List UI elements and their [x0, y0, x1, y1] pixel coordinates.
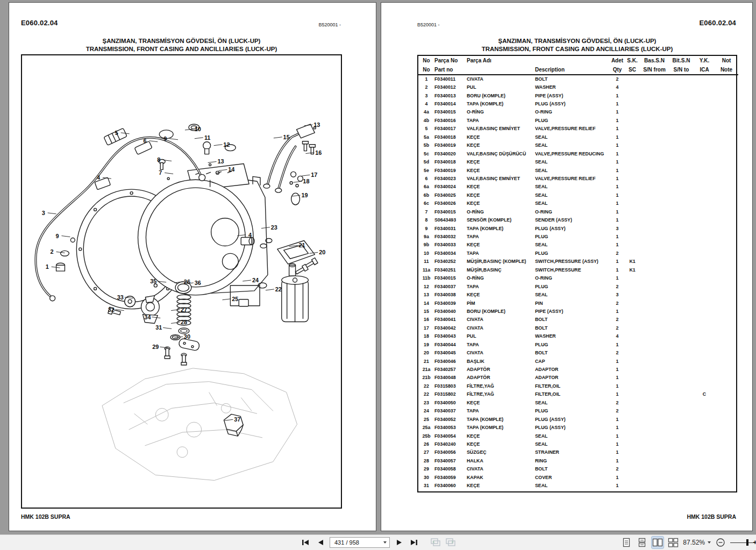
diagram-callout-23: 23	[271, 224, 277, 231]
diagram-callout-1: 1	[46, 263, 49, 270]
parts-table-header: No Parça No Parça Adı Adet S.K. Bas.S.N …	[418, 56, 738, 75]
header-snfrom-tr: Bas.S.N	[640, 56, 668, 65]
parts-table-row: 5cF0340020VALF,BASINÇ DÜŞÜRÜCÜVALVE,PRES…	[418, 149, 738, 158]
pdf-toolbar: 431 / 958	[0, 534, 756, 550]
title-english: TRANSMISSION, FRONT CASING AND ANCILLIAR…	[21, 45, 342, 53]
page-number-input[interactable]: 431 / 958	[330, 537, 390, 548]
header-snfrom-en: S/N from	[640, 65, 668, 75]
parts-table-row: 4aF0340015O-RİNGO-RING1	[418, 108, 738, 116]
parts-table-row: 6cF0340026KEÇESEAL1	[418, 199, 738, 208]
title-turkish: ŞANZIMAN, TRANSMİSYON GÖVDESİ, ÖN (LUCK-…	[417, 37, 737, 45]
two-page-scroll-view-button[interactable]	[667, 537, 679, 548]
parts-table-row: 21F0340046BAŞLIKCAP1	[418, 357, 738, 365]
parts-table-row: 22F0315803FİLTRE,YAĞFILTER,OIL1	[418, 382, 738, 390]
last-page-button[interactable]	[408, 537, 420, 548]
parts-table-row: 24F0340037TAPAPLUG2	[418, 407, 738, 415]
diagram-callout-15: 15	[283, 134, 290, 140]
previous-view-button[interactable]	[430, 537, 441, 548]
diagram-callout-14: 14	[228, 166, 234, 173]
diagram-callout-24: 24	[252, 277, 259, 283]
exploded-diagram-frame: 1310115961215168137141718194392342120212…	[21, 54, 342, 509]
chevron-down-icon	[708, 541, 711, 544]
parts-table-row: 4bF0340016TAPAPLUG1	[418, 116, 738, 124]
serial-number-right: B520001 -	[417, 22, 440, 27]
title-english: TRANSMISSION, FRONT CASING AND ANCILLIAR…	[417, 45, 737, 53]
first-page-button[interactable]	[299, 537, 311, 548]
single-page-view-button[interactable]	[621, 537, 632, 548]
page-right: B520001 - E060.02.04 ŞANZIMAN, TRANSMİSY…	[381, 2, 753, 531]
zoom-out-button[interactable]	[715, 537, 726, 548]
parts-table-row: 22F0315802FİLTRE,YAĞFILTER,OIL1C	[418, 390, 738, 398]
parts-table-row: 15F0340040BORU (KOMPLE)PIPE (ASSY)1	[418, 307, 738, 315]
pdf-viewer: { "toolbar": { "page_input": "431 / 958"…	[0, 0, 756, 550]
diagram-callout-17: 17	[311, 172, 317, 178]
header-note-tr: Not	[715, 56, 738, 65]
parts-table-row: 25bF0340054KEÇESEAL1	[418, 432, 738, 440]
serial-number-left: B520001 -	[318, 22, 341, 27]
diagram-callout-29: 29	[152, 344, 159, 350]
diagram-callout-30: 30	[184, 333, 190, 340]
diagram-callout-7: 7	[159, 169, 162, 176]
header-sc-en: SC	[624, 65, 640, 75]
parts-table-row: 25F0340052TAPA (KOMPLE)PLUG (ASSY)1	[418, 415, 738, 423]
header-sc-tr: S.K.	[624, 56, 640, 65]
parts-table-row: 6F0340023VALF,BASINÇ EMNİYETVALVE,PRESSU…	[418, 174, 738, 182]
diagram-callout-4: 4	[97, 174, 100, 181]
zoom-slider-handle[interactable]	[746, 539, 748, 546]
parts-table: No Parça No Parça Adı Adet S.K. Bas.S.N …	[417, 55, 737, 492]
doc-code-left: E060.02.04	[21, 19, 58, 27]
diagram-callout-4: 4	[248, 232, 252, 238]
parts-table-row: 17F0340042CIVATABOLT2	[418, 324, 738, 332]
zoom-slider[interactable]: +	[730, 537, 755, 548]
header-name-tr: Parça Adı	[467, 56, 535, 65]
header-ica-tr: Y.K.	[694, 56, 715, 65]
next-view-button[interactable]	[445, 537, 457, 548]
two-page-view-button[interactable]	[652, 537, 664, 548]
parts-table-row: 3F0340013BORU (KOMPLE)PIPE (ASSY)1	[418, 91, 738, 99]
page-title-left: ŞANZIMAN, TRANSMİSYON GÖVDESİ, ÖN (LUCK-…	[21, 37, 342, 53]
diagram-callout-16: 16	[315, 149, 322, 156]
parts-table-body: 1F0340011CIVATABOLT22F0340012PULWASHER43…	[418, 75, 738, 490]
parts-table-row: 6aF0340024KEÇESEAL1	[418, 183, 738, 191]
header-note-en: Note	[715, 65, 738, 75]
doc-code-right: E060.02.04	[699, 19, 736, 27]
parts-table-row: 12F0340037TAPAPLUG2	[418, 282, 738, 290]
header-qty-tr: Adet	[610, 56, 624, 65]
header-no-tr: No	[418, 56, 434, 65]
diagram-svg: 1310115961215168137141718194392342120212…	[22, 55, 341, 508]
diagram-callout-25: 25	[232, 296, 238, 302]
previous-page-button[interactable]	[315, 537, 326, 548]
parts-table-row: 7F0340015O-RİNGO-RING1	[418, 208, 738, 216]
diagram-callout-33: 33	[117, 294, 124, 301]
parts-table-row: 28F0340057HALKARING1	[418, 456, 738, 465]
parts-table-row: 5bF0340019KEÇESEAL1	[418, 141, 738, 149]
zoom-in-icon[interactable]: +	[753, 538, 756, 546]
parts-table-row: 16F0340041CIVATABOLT2	[418, 316, 738, 324]
parts-table-row: 6bF0340025KEÇESEAL1	[418, 191, 738, 199]
parts-table-row: 31F0340060KEÇESEAL1	[418, 481, 738, 489]
diagram-callout-27: 27	[181, 306, 187, 313]
diagram-callout-11: 11	[204, 134, 211, 141]
model-footer-left: HMK 102B SUPRA	[21, 513, 70, 520]
zoom-level-dropdown[interactable]: 87.52%	[683, 539, 711, 546]
diagram-callout-5: 5	[115, 130, 118, 136]
chevron-down-icon[interactable]	[383, 541, 387, 544]
continuous-scroll-view-button[interactable]	[636, 537, 648, 548]
parts-table-row: 9aF0340032TAPAPLUG1	[418, 232, 738, 240]
next-page-button[interactable]	[393, 537, 405, 548]
parts-table-row: 19F0340044TAPAPLUG1	[418, 340, 738, 348]
diagram-callout-13: 13	[313, 122, 320, 128]
diagram-callout-8: 8	[157, 156, 160, 163]
parts-table-row: 21aF0340257ADAPTÖRADAPTOR1	[418, 365, 738, 373]
zoom-slider-track[interactable]	[730, 542, 755, 544]
diagram-callout-18: 18	[303, 178, 309, 184]
header-qty-en: Qty	[610, 65, 624, 75]
diagram-callout-6: 6	[143, 138, 146, 144]
parts-table-row: 27F0340056SÜZGEÇSTRAINER1	[418, 448, 738, 456]
parts-table-row: 23F0340050KEÇESEAL2	[418, 398, 738, 406]
diagram-callout-13: 13	[217, 158, 224, 165]
parts-table-row: 8S0643493SENSÖR (KOMPLE)SENDER (ASSY)1	[418, 216, 738, 224]
parts-table-row: 10F0340034TAPAPLUG2	[418, 249, 738, 257]
diagram-callout-2: 2	[51, 248, 54, 255]
parts-table-row: 1F0340011CIVATABOLT2	[418, 75, 738, 83]
